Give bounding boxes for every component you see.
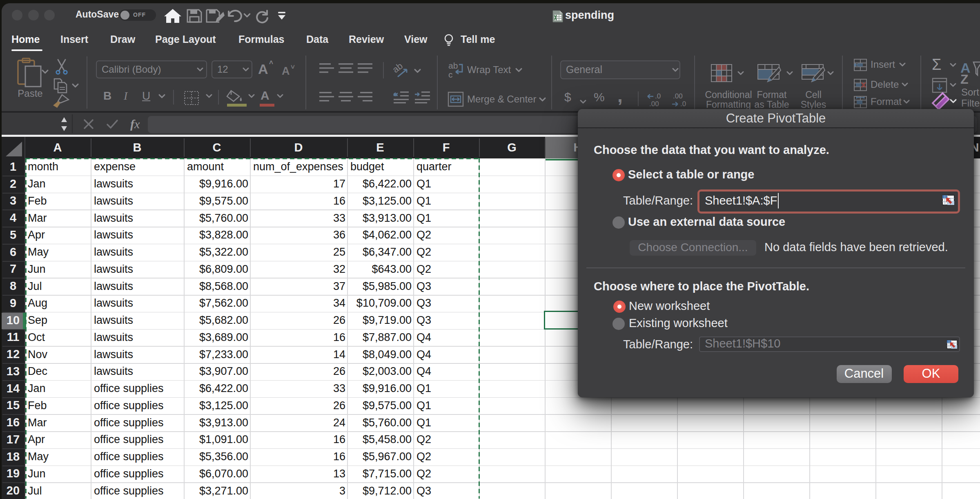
svg-text:.00: .00 — [649, 100, 659, 108]
svg-text:.00: .00 — [673, 92, 683, 100]
svg-text:.0: .0 — [655, 92, 661, 100]
svg-text:.0: .0 — [680, 100, 686, 108]
svg-text:ab: ab — [448, 61, 458, 70]
svg-text:c: c — [448, 70, 453, 78]
